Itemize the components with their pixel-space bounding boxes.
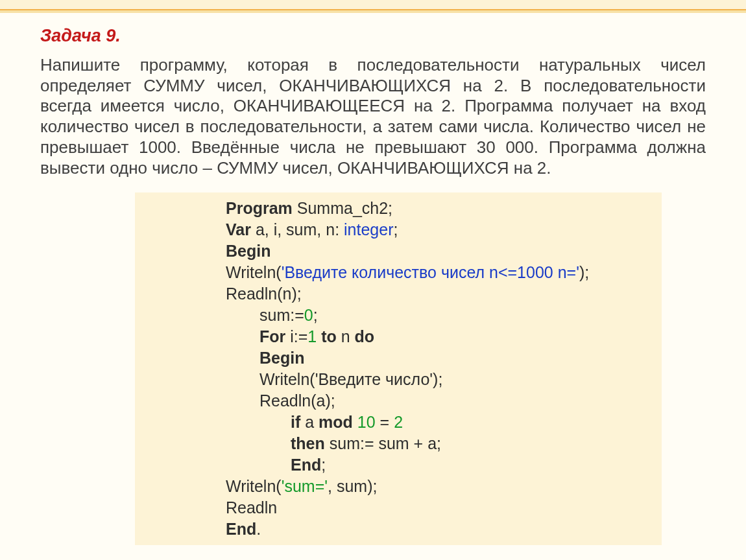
code-text: Readln(a); bbox=[259, 391, 335, 410]
kw-begin: Begin bbox=[259, 349, 304, 367]
code-line-7: For i:=1 to n do bbox=[226, 326, 662, 347]
code-text: a, i, sum, n: bbox=[251, 220, 344, 239]
top-decorative-strip bbox=[0, 0, 746, 10]
code-text: Readln bbox=[226, 498, 277, 517]
code-line-14: Writeln('sum=', sum); bbox=[226, 476, 662, 497]
kw-for: For bbox=[259, 327, 285, 345]
code-line-6: sum:=0; bbox=[226, 305, 662, 326]
code-line-5: Readln(n); bbox=[226, 283, 662, 305]
string-literal: 'sum=' bbox=[282, 477, 328, 495]
task-title: Задача 9. bbox=[40, 26, 706, 46]
kw-to: to bbox=[321, 327, 337, 345]
code-text: . bbox=[256, 520, 261, 538]
code-line-9: Writeln('Введите число'); bbox=[226, 369, 662, 390]
code-text: Writeln('Введите число'); bbox=[259, 370, 442, 388]
code-text: , sum); bbox=[328, 477, 377, 495]
kw-end: End bbox=[226, 520, 256, 538]
kw-end: End bbox=[291, 456, 321, 474]
code-line-2: Var a, i, sum, n: integer; bbox=[226, 219, 662, 240]
kw-mod: mod bbox=[319, 413, 353, 431]
slide-content: Задача 9. Напишите программу, которая в … bbox=[0, 10, 746, 545]
code-text: n bbox=[337, 327, 355, 345]
kw-integer: integer bbox=[344, 220, 393, 239]
code-line-4: Writeln('Введите количество чисел n<=100… bbox=[226, 262, 662, 283]
kw-if: if bbox=[291, 413, 300, 431]
code-text: i:= bbox=[285, 327, 307, 345]
code-line-3: Begin bbox=[226, 240, 662, 262]
code-text: Summa_ch2; bbox=[293, 199, 392, 217]
kw-var: Var bbox=[226, 220, 251, 239]
code-text: = bbox=[376, 413, 394, 431]
code-text: Readln(n); bbox=[226, 285, 302, 303]
number-literal: 2 bbox=[394, 413, 403, 431]
code-line-1: Program Summa_ch2; bbox=[226, 198, 662, 219]
code-text: Writeln( bbox=[226, 263, 282, 281]
number-literal: 10 bbox=[357, 413, 376, 431]
code-line-12: then sum:= sum + a; bbox=[226, 433, 662, 454]
kw-program: Program bbox=[226, 199, 293, 217]
string-literal: 'Введите количество чисел n<=1000 n=' bbox=[282, 263, 579, 281]
number-literal: 0 bbox=[304, 306, 313, 324]
task-description: Напишите программу, которая в последоват… bbox=[40, 55, 706, 178]
code-text: sum:= bbox=[259, 306, 304, 324]
code-text: ; bbox=[394, 220, 398, 239]
kw-then: then bbox=[291, 434, 325, 452]
code-text: ; bbox=[321, 456, 326, 474]
code-text bbox=[353, 413, 357, 431]
kw-begin: Begin bbox=[226, 242, 271, 260]
code-text: ); bbox=[579, 263, 589, 281]
code-line-8: Begin bbox=[226, 347, 662, 369]
code-block: Program Summa_ch2; Var a, i, sum, n: int… bbox=[135, 192, 662, 545]
code-text: sum:= sum + a; bbox=[325, 434, 441, 452]
code-text: Writeln( bbox=[226, 477, 282, 495]
code-line-11: if a mod 10 = 2 bbox=[226, 412, 662, 433]
code-text: ; bbox=[313, 306, 318, 324]
code-line-13: End; bbox=[226, 454, 662, 476]
kw-do: do bbox=[355, 327, 375, 345]
code-line-10: Readln(a); bbox=[226, 390, 662, 412]
code-line-15: Readln bbox=[226, 497, 662, 519]
number-literal: 1 bbox=[307, 327, 317, 345]
code-line-16: End. bbox=[226, 519, 662, 540]
code-text: a bbox=[300, 413, 319, 431]
